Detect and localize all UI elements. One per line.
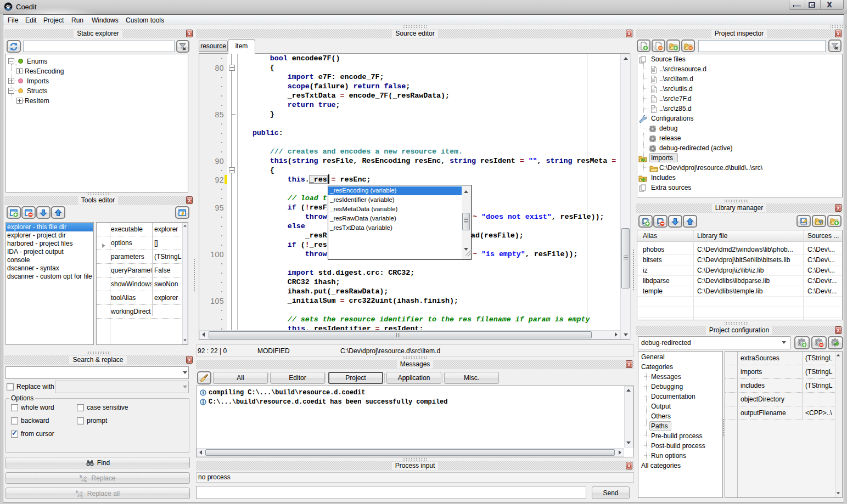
svg-text:b: b bbox=[76, 489, 78, 494]
svg-text:b: b bbox=[80, 474, 82, 479]
